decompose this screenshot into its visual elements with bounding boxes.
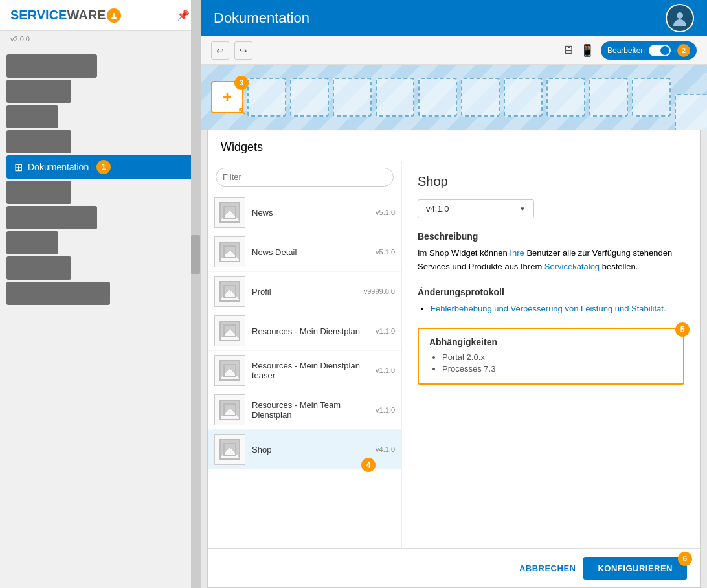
dialog-footer: ABBRECHEN KONFIGURIEREN 6 [208,548,700,587]
filter-wrap [208,161,401,193]
desktop-icon[interactable]: 🖥 [561,42,575,58]
canvas-placeholder-5 [418,78,457,117]
edit-toggle[interactable] [649,45,671,56]
widget-thumb-res3 [214,394,245,425]
sidebar-badge-1: 1 [96,160,111,174]
edit-toggle-area: Bearbeiten 2 [601,41,697,60]
configure-badge-6: 6 [678,552,692,566]
canvas-placeholder-11 [675,94,707,130]
widget-version: v9999.0.0 [364,288,395,295]
widget-name: News [252,208,273,218]
chevron-down-icon: ▼ [519,205,526,212]
widget-name: Resources - Mein Team Dienstplan [252,400,369,420]
logo-service: SERVICE [10,8,67,23]
widgets-body: News v5.1.0 News Detail v5.1.0 Profil v9… [208,161,700,548]
list-item[interactable]: Resources - Mein Dienstplan v1.1.0 [208,311,401,351]
canvas-placeholder-8 [546,78,585,117]
version-value: v4.1.0 [426,204,449,214]
list-item[interactable]: Profil v9999.0.0 [208,272,401,311]
widget-thumb-res1 [214,315,245,346]
widget-thumb-news [214,197,245,228]
version-dropdown[interactable]: v4.1.0 ▼ [418,199,534,218]
widget-version: v5.1.0 [376,248,395,256]
list-item[interactable]: News Detail v5.1.0 [208,232,401,272]
device-icons: 🖥 📱 [561,42,596,59]
widget-name: Resources - Mein Dienstplan teaser [252,361,369,380]
sidebar-item-10[interactable] [6,282,110,305]
sidebar-scrollbar[interactable] [191,0,200,588]
filter-input[interactable] [216,168,394,187]
sidebar-item-dokumentation[interactable]: ⊞ Dokumentation 1 [6,155,194,179]
list-item[interactable]: Resources - Mein Dienstplan teaser v1.1.… [208,351,401,390]
sidebar-item-3[interactable] [6,105,58,128]
thumb-inner [219,202,240,223]
canvas-placeholder-7 [504,78,543,117]
redo-button[interactable]: ↪ [234,41,252,60]
sidebar-item-7[interactable] [6,206,97,229]
add-widget-button[interactable]: + ↖ 3 [211,81,243,113]
sidebar-scroll-thumb [191,235,200,274]
sidebar-header: SERVICE WARE 📌 [0,0,200,31]
dep-list: Portal 2.0.x Processes 7.3 [429,352,673,374]
sidebar-item-1[interactable] [6,54,97,78]
configure-button[interactable]: KONFIGURIEREN 6 [583,557,687,580]
mobile-icon[interactable]: 📱 [579,42,596,59]
widget-version: v1.1.0 [376,327,395,335]
sidebar-item-6[interactable] [6,181,71,204]
sidebar-item-4[interactable] [6,130,71,153]
widget-thumb-newsdetail [214,236,245,267]
detail-version-select: v4.1.0 ▼ [418,199,684,218]
widget-name: Profil [252,287,271,297]
description-text: Im Shop Widget können Ihre Benutzer alle… [418,247,684,274]
list-item[interactable]: Resources - Mein Team Dienstplan v1.1.0 [208,390,401,430]
list-item[interactable]: News v5.1.0 [208,193,401,232]
widget-name: Resources - Mein Dienstplan [252,326,360,336]
servicekatalog-link[interactable]: Servicekatalog [544,262,600,271]
avatar[interactable] [666,4,694,32]
widget-name: News Detail [252,247,297,257]
toggle-knob [660,46,669,55]
sidebar-item-2[interactable] [6,80,71,103]
widget-version: v1.1.0 [376,367,395,374]
widget-version: v4.1.0 [376,446,395,453]
ihre-link[interactable]: Ihre [510,248,524,258]
canvas-placeholder-1 [247,78,286,117]
cancel-button[interactable]: ABBRECHEN [519,557,576,580]
list-item[interactable]: Shop v4.1.0 4 [208,430,401,469]
logo-area: SERVICE WARE [10,8,121,23]
thumb-inner [219,242,240,262]
canvas-placeholder-10 [632,78,671,117]
list-item: Fehlerbehebung und Verbesserung von Leis… [431,302,684,315]
page-title: Dokumentation [214,10,309,27]
top-bar-right [666,4,694,32]
cursor-icon: ↖ [238,105,246,117]
widget-list: News v5.1.0 News Detail v5.1.0 Profil v9… [208,193,401,548]
detail-title: Shop [418,174,684,189]
sidebar-item-label: Dokumentation [28,162,89,172]
canvas-placeholder-6 [461,78,500,117]
docs-icon: ⊞ [14,161,23,174]
changelog-link[interactable]: Fehlerbehebung und Verbesserung von Leis… [431,304,666,313]
undo-button[interactable]: ↩ [211,41,229,60]
edit-label: Bearbeiten [607,46,645,55]
edit-bar: ↩ ↪ 🖥 📱 Bearbeiten 2 [201,36,707,65]
widget-version: v1.1.0 [376,406,395,414]
svg-point-1 [677,12,683,19]
svg-point-0 [113,13,115,16]
canvas-placeholder-9 [589,78,628,117]
sidebar-item-9[interactable] [6,256,71,280]
thumb-inner [219,281,240,302]
widgets-dialog: Widgets News v5.1.0 News D [207,130,701,588]
sidebar-version: v2.0.0 [0,31,200,47]
detail-panel: Shop v4.1.0 ▼ Beschreibung Im Shop Widge… [402,161,700,548]
widget-version: v5.1.0 [376,209,395,216]
list-item: Portal 2.0.x [442,352,673,362]
canvas-badge-3: 3 [234,76,249,90]
widgets-list-panel: News v5.1.0 News Detail v5.1.0 Profil v9… [208,161,402,548]
sidebar-item-8[interactable] [6,231,58,254]
shop-badge-4: 4 [361,458,376,472]
main-content: Dokumentation ↩ ↪ 🖥 📱 Bearbeiten 2 [201,0,707,588]
widgets-title: Widgets [208,130,700,161]
configure-label: KONFIGURIEREN [598,563,673,573]
pin-icon[interactable]: 📌 [177,9,190,21]
